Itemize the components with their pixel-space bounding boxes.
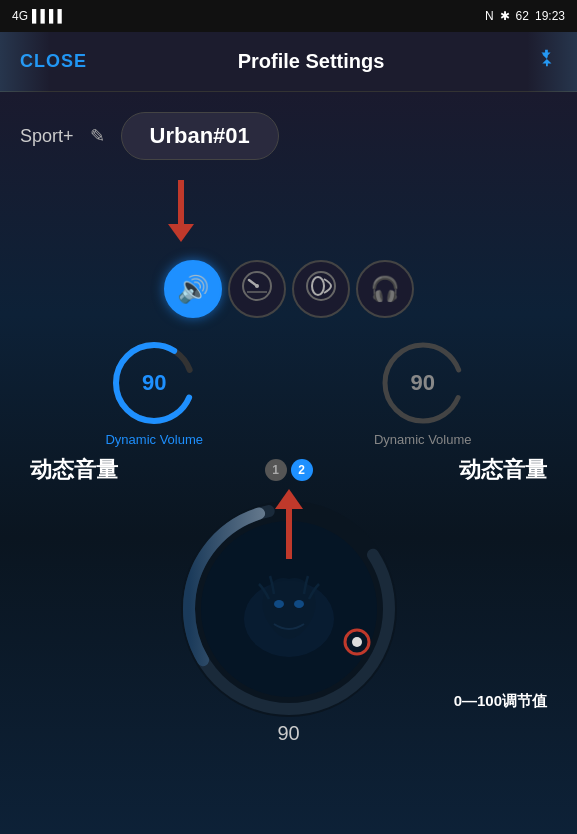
chinese-labels-row: 动态音量 1 2 动态音量 — [20, 455, 557, 485]
svg-point-14 — [274, 600, 284, 608]
equalizer-icon-btn[interactable] — [228, 260, 286, 318]
knob-value-right: 90 — [410, 370, 434, 396]
audio-icon-btn[interactable] — [292, 260, 350, 318]
volume-icon-btn[interactable]: 🔊 — [164, 260, 222, 318]
page-title: Profile Settings — [238, 50, 385, 73]
arrow-down-indicator — [20, 180, 557, 250]
clock: 19:23 — [535, 9, 565, 23]
svg-point-5 — [312, 277, 324, 295]
headphone-icon: 🎧 — [370, 275, 400, 303]
bluetooth-status-icon: ✱ — [500, 9, 510, 23]
nav-bar: CLOSE Profile Settings — [0, 32, 577, 92]
battery-level: 62 — [516, 9, 529, 23]
close-button[interactable]: CLOSE — [20, 51, 87, 72]
chinese-label-right: 动态音量 — [459, 455, 547, 485]
edit-icon[interactable]: ✎ — [90, 125, 105, 147]
knob-dial-left: 90 — [109, 338, 199, 428]
profile-name-badge[interactable]: Urban#01 — [121, 112, 279, 160]
network-type: 4G — [12, 9, 28, 23]
profile-row: Sport+ ✎ Urban#01 — [20, 112, 557, 160]
arrow-up-head — [275, 489, 303, 509]
knob-label-right: Dynamic Volume — [374, 432, 472, 447]
status-bar: 4G ▌▌▌▌ N ✱ 62 19:23 — [0, 0, 577, 32]
bluetooth-icon[interactable] — [535, 48, 557, 76]
arrow-down-stem — [178, 180, 184, 224]
signal-bars: ▌▌▌▌ — [32, 9, 66, 23]
svg-point-17 — [352, 637, 362, 647]
chinese-label-left: 动态音量 — [30, 455, 118, 485]
svg-point-2 — [255, 284, 259, 288]
equalizer-icon — [241, 270, 273, 308]
arrow-down-head — [168, 224, 194, 242]
volume-knob-right[interactable]: 90 Dynamic Volume — [374, 338, 472, 447]
audio-icon — [305, 270, 337, 308]
svg-point-15 — [294, 600, 304, 608]
signal-info: 4G ▌▌▌▌ — [12, 9, 66, 23]
arrow-up-stem — [286, 509, 292, 559]
status-right: N ✱ 62 19:23 — [485, 9, 565, 23]
knob-value-left: 90 — [142, 370, 166, 396]
dial-value: 90 — [277, 722, 299, 745]
knob-dial-right: 90 — [378, 338, 468, 428]
page-indicators[interactable]: 1 2 — [265, 459, 313, 481]
profile-type-label: Sport+ — [20, 126, 74, 147]
main-content: Sport+ ✎ Urban#01 🔊 — [0, 92, 577, 834]
volume-knob-left[interactable]: 90 Dynamic Volume — [105, 338, 203, 447]
nfc-icon: N — [485, 9, 494, 23]
icons-row: 🔊 — [20, 260, 557, 318]
arrow-up-indicator — [275, 489, 303, 559]
page-dot-2[interactable]: 2 — [291, 459, 313, 481]
dial-container: 0—100调节值 90 — [20, 499, 557, 719]
volume-icon: 🔊 — [177, 274, 209, 305]
page-dot-1[interactable]: 1 — [265, 459, 287, 481]
headphone-icon-btn[interactable]: 🎧 — [356, 260, 414, 318]
knob-label-left: Dynamic Volume — [105, 432, 203, 447]
volume-row: 90 Dynamic Volume 90 Dynamic Volume — [20, 338, 557, 447]
annotation-label: 0—100调节值 — [454, 692, 547, 711]
